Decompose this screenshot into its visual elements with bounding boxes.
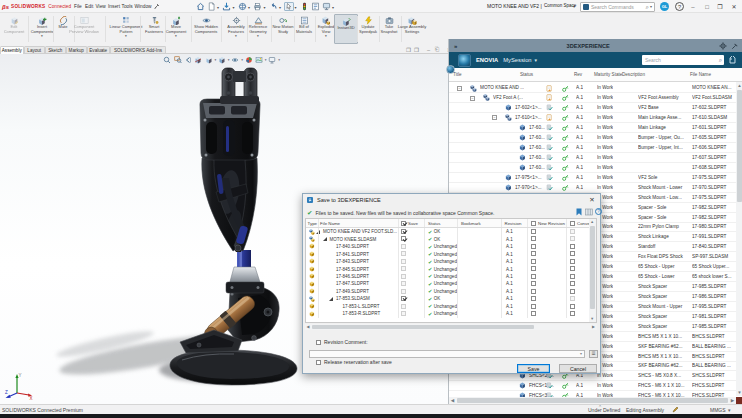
close-button[interactable]: ✕ <box>729 2 739 11</box>
section-view-icon[interactable] <box>194 56 202 64</box>
menu-insert[interactable]: Insert <box>108 4 120 9</box>
tree-collapse-icon[interactable]: − <box>492 115 497 120</box>
ribbon-move-component[interactable]: Move Component▾ <box>161 14 191 44</box>
sync-sphere-caret-icon[interactable]: ▾ <box>248 5 252 10</box>
apply-scene-caret-icon[interactable]: ▾ <box>265 58 267 62</box>
revision-comment-input[interactable]: ▾ <box>309 350 585 358</box>
convert-checkbox[interactable] <box>570 266 575 271</box>
dialog-vertical-scrollbar[interactable]: ▲ ▼ <box>589 219 596 322</box>
3dexperience-compass-icon[interactable] <box>446 65 455 74</box>
ribbon-large-assembly-settings[interactable]: Large Assembly Settings <box>397 14 427 44</box>
view-settings-icon[interactable] <box>268 56 276 64</box>
pin-menubar-icon[interactable] <box>153 2 161 11</box>
dialog-column-type[interactable]: Type <box>308 221 318 226</box>
print-button[interactable] <box>253 2 263 11</box>
new-revision-checkbox[interactable] <box>531 251 536 256</box>
dialog-file-row[interactable]: 17-853.SLDASM✔OKA.1 <box>306 295 590 302</box>
header-checkbox-convert[interactable] <box>570 221 575 226</box>
panel-pin-icon[interactable] <box>731 42 739 50</box>
tree-expanded-icon[interactable] <box>323 237 327 241</box>
session-row[interactable]: 17-60...A.1In WorkMain Linkage17-601.SLD… <box>449 123 736 133</box>
dialog-file-row[interactable]: 17-849.SLDPRT✔UnchangedA.1 <box>306 288 590 295</box>
comment-expand-button[interactable]: ☰ <box>589 350 598 358</box>
convert-checkbox[interactable] <box>570 311 575 316</box>
mysession-selector[interactable]: MySession <box>503 57 531 63</box>
options-display-button[interactable] <box>321 2 331 11</box>
collaborative-space-selector[interactable]: Common Space <box>544 3 576 8</box>
dialog-title-bar[interactable]: Save to 3DEXPERIENCE ✕ <box>303 194 600 206</box>
reference-geometry-caret-icon[interactable]: ▾ <box>244 35 272 39</box>
ribbon-edit-component[interactable]: Edit Component <box>1 14 27 44</box>
dialog-column-new-revision[interactable]: New Revision <box>538 221 565 226</box>
view-orientation-caret-icon[interactable]: ▾ <box>214 58 216 62</box>
units-caret-icon[interactable]: ▾ <box>728 407 731 413</box>
print-caret-icon[interactable]: ▾ <box>264 5 268 10</box>
zoom-fit-icon[interactable] <box>163 56 171 64</box>
dialog-column-revision[interactable]: Revision <box>505 221 522 226</box>
session-row[interactable]: 17-975<1>...A.1In WorkVF2 Sole17-975.SLD… <box>449 173 736 183</box>
view-settings-caret-icon[interactable]: ▾ <box>278 58 280 62</box>
save-checkbox[interactable] <box>401 304 406 309</box>
release-reservation-checkbox[interactable] <box>316 360 321 365</box>
dialog-file-row[interactable]: 17-853-L.SLDPRT✔UnchangedA.1 <box>306 303 590 310</box>
tag-filter-icon[interactable] <box>728 56 737 65</box>
dialog-column-save[interactable]: Save <box>408 221 418 226</box>
panel-horizontal-scrollbar[interactable]: ◀ ▶ <box>449 397 736 404</box>
session-row[interactable]: −17-610<1>...A.1In WorkMain Linkage Asse… <box>449 113 736 123</box>
space-dropdown-caret-icon[interactable]: ▾ <box>573 4 575 9</box>
doc-restore-icon[interactable]: ⎗ <box>433 46 442 53</box>
save-checkbox[interactable] <box>401 244 406 249</box>
dialog-column-bookmark[interactable]: Bookmark <box>461 221 481 226</box>
ribbon-show-hidden-components[interactable]: Show Hidden Components <box>190 14 222 44</box>
session-row[interactable]: 17-60...A.1In WorkBumper - Upper, Ou...1… <box>449 133 736 143</box>
panel-search-icon[interactable]: ⌕ <box>719 57 722 63</box>
new-revision-checkbox[interactable] <box>531 296 536 301</box>
session-row[interactable]: 17-970<1>...A.1In WorkShock Mount - Lowe… <box>449 183 736 193</box>
session-row[interactable]: FHCS<1>...A.1In WorkFHCS - M6 X 1 X 10..… <box>449 381 736 391</box>
convert-checkbox[interactable] <box>570 251 575 256</box>
header-checkbox-save[interactable] <box>401 221 406 226</box>
new-revision-checkbox[interactable] <box>531 266 536 271</box>
column-header-title[interactable]: Title <box>453 72 462 77</box>
apply-scene-icon[interactable] <box>255 56 263 64</box>
menu-tools[interactable]: Tools <box>122 4 133 9</box>
column-header-maturity-state[interactable]: Maturity State <box>594 72 622 77</box>
dialog-file-row[interactable]: 17-841.SLDPRT✔UnchangedA.1 <box>306 250 590 257</box>
convert-checkbox[interactable] <box>570 274 575 279</box>
save-checkbox[interactable] <box>401 281 406 286</box>
dialog-vscroll-thumb[interactable] <box>590 226 595 309</box>
tab-assembly[interactable]: Assembly <box>0 46 24 54</box>
convert-checkbox[interactable] <box>570 289 575 294</box>
dialog-scroll-down-icon[interactable]: ▼ <box>589 316 596 322</box>
menu-edit[interactable]: Edit <box>85 4 93 9</box>
column-header-description[interactable]: Description <box>622 72 645 77</box>
cancel-button[interactable]: Cancel <box>559 364 597 373</box>
new-document-caret-icon[interactable]: ▾ <box>217 5 221 10</box>
dialog-file-row[interactable]: 17-847.SLDPRT✔UnchangedA.1 <box>306 280 590 287</box>
save-checkbox[interactable] <box>401 274 406 279</box>
sync-sphere-button[interactable] <box>237 2 247 11</box>
new-revision-checkbox[interactable] <box>531 236 536 241</box>
dialog-file-row[interactable]: 17-853-R.SLDPRT✔UnchangedA.1 <box>306 310 590 317</box>
zoom-area-icon[interactable] <box>174 56 182 64</box>
save-to-3dexperience-caret-icon[interactable]: ▾ <box>233 5 237 10</box>
select-cursor-caret-icon[interactable]: ▾ <box>295 5 299 10</box>
session-row[interactable]: −VF2 Foot A (...A.1In WorkVF2 Foot Assem… <box>449 93 736 103</box>
combo-caret-icon[interactable]: ▾ <box>580 351 582 356</box>
new-revision-checkbox[interactable] <box>531 229 536 234</box>
scroll-up-icon[interactable]: ▲ <box>736 82 742 89</box>
new-revision-checkbox[interactable] <box>531 274 536 279</box>
session-row[interactable]: 17-60...A.1In Work17-608.SLDPRT <box>449 163 736 173</box>
command-search-box[interactable]: Search Commands ⌕ ▾ <box>580 2 655 12</box>
save-checkbox[interactable] <box>401 229 406 234</box>
session-row[interactable]: 17-60...A.1In WorkBumper - Upper, Int...… <box>449 143 736 153</box>
panel-gear-icon[interactable] <box>719 42 727 50</box>
save-button[interactable]: Save <box>517 364 550 373</box>
revision-comment-checkbox[interactable] <box>316 340 321 345</box>
tree-collapse-icon[interactable]: − <box>457 86 462 91</box>
header-checkbox-new-revision[interactable] <box>531 221 536 226</box>
panel-hscroll-thumb[interactable] <box>457 398 728 403</box>
new-revision-checkbox[interactable] <box>531 281 536 286</box>
maximize-button[interactable]: □ <box>702 2 712 11</box>
convert-checkbox[interactable] <box>570 229 575 234</box>
